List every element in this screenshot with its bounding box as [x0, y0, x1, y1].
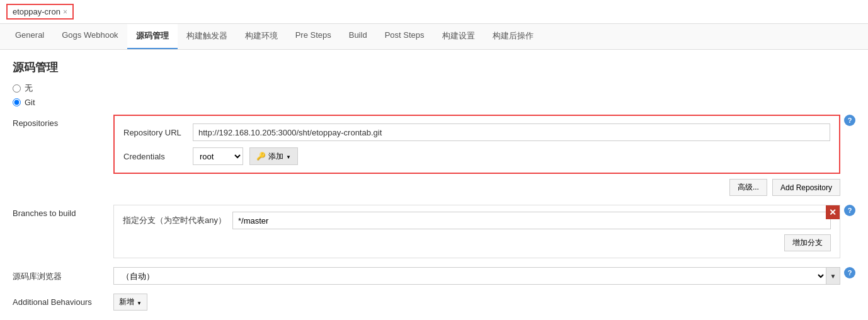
repositories-label: Repositories — [13, 115, 113, 128]
tab-build-env[interactable]: 构建环境 — [236, 24, 287, 49]
source-browser-row: 源码库浏览器 （自动） ▼ ? — [13, 267, 855, 285]
repo-url-input[interactable] — [193, 123, 830, 141]
repo-url-row: Repository URL — [123, 123, 830, 141]
credentials-select[interactable]: root — [193, 147, 243, 165]
job-title-tag[interactable]: etoppay-cron × — [6, 4, 74, 20]
branch-spec-input[interactable] — [232, 212, 831, 229]
add-repository-button[interactable]: Add Repository — [772, 179, 840, 196]
tab-build-triggers[interactable]: 构建触发器 — [178, 24, 236, 49]
close-icon[interactable]: × — [63, 8, 67, 16]
chevron-down-icon — [286, 152, 291, 161]
page-title: 源码管理 — [0, 50, 868, 83]
branches-help-icon[interactable]: ? — [844, 205, 855, 216]
tab-post-steps[interactable]: Post Steps — [376, 24, 433, 49]
repo-actions: 高级... Add Repository — [113, 179, 840, 196]
tab-general[interactable]: General — [6, 24, 53, 49]
advanced-button[interactable]: 高级... — [729, 179, 767, 196]
radio-git-label: Git — [25, 98, 35, 107]
branches-row: Branches to build ✕ 指定分支（为空时代表any） 增加分支 — [13, 205, 855, 258]
tab-bar: General Gogs Webhook 源码管理 构建触发器 构建环境 Pre… — [0, 24, 868, 50]
delete-branch-button[interactable]: ✕ — [826, 205, 840, 219]
branches-label: Branches to build — [13, 205, 113, 218]
repositories-help-icon[interactable]: ? — [844, 115, 855, 126]
credentials-row: Credentials root 添加 — [123, 147, 830, 165]
tab-post-build[interactable]: 构建后操作 — [484, 24, 542, 49]
repo-box: Repository URL Credentials root 添加 — [113, 115, 840, 174]
tab-pre-steps[interactable]: Pre Steps — [287, 24, 340, 49]
add-branch-button[interactable]: 增加分支 — [784, 234, 831, 251]
repositories-row: Repositories Repository URL Credentials … — [13, 115, 855, 196]
job-title-text: etoppay-cron — [13, 7, 60, 16]
scm-radio-group: 无 Git — [0, 83, 868, 115]
add-credentials-label: 添加 — [268, 151, 283, 162]
additional-behaviours-row: Additional Behaviours 新增 — [13, 294, 855, 311]
key-icon — [256, 152, 266, 161]
radio-none-input[interactable] — [13, 84, 21, 93]
branch-actions: 增加分支 — [123, 234, 831, 251]
branches-box: ✕ 指定分支（为空时代表any） 增加分支 — [113, 205, 840, 258]
tab-source-mgmt[interactable]: 源码管理 — [127, 24, 178, 49]
branch-spec-row: 指定分支（为空时代表any） — [123, 212, 831, 229]
source-browser-label: 源码库浏览器 — [13, 267, 113, 282]
browser-select-wrap: （自动） ▼ — [113, 267, 840, 285]
browser-select[interactable]: （自动） — [113, 267, 826, 285]
new-behaviour-button[interactable]: 新增 — [113, 294, 147, 311]
new-behaviour-chevron-icon — [137, 298, 142, 307]
tab-gogs-webhook[interactable]: Gogs Webhook — [53, 24, 127, 49]
credentials-label: Credentials — [123, 152, 186, 161]
radio-git-input[interactable] — [13, 98, 21, 106]
repo-url-label: Repository URL — [123, 128, 186, 137]
branch-spec-label: 指定分支（为空时代表any） — [123, 215, 226, 226]
additional-behaviours-label: Additional Behaviours — [13, 294, 113, 307]
select-arrow-icon[interactable]: ▼ — [826, 267, 840, 285]
radio-git[interactable]: Git — [13, 98, 855, 107]
new-behaviour-label: 新增 — [119, 297, 134, 307]
radio-none-label: 无 — [25, 83, 33, 94]
radio-none[interactable]: 无 — [13, 83, 855, 94]
source-browser-help-icon[interactable]: ? — [844, 267, 855, 278]
tab-build[interactable]: Build — [340, 24, 376, 49]
add-credentials-button[interactable]: 添加 — [249, 147, 298, 165]
tab-build-settings[interactable]: 构建设置 — [433, 24, 484, 49]
